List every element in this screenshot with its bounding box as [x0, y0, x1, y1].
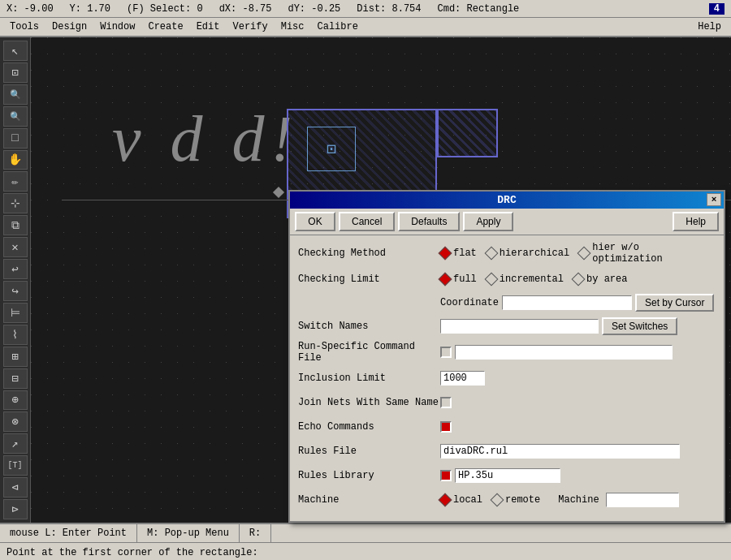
misc3-tool[interactable]: ⊕	[3, 390, 28, 411]
y-coord: Y: 1.70	[70, 3, 110, 15]
machine-field-label: Machine	[558, 494, 599, 506]
rules-file-row: Rules File	[298, 442, 716, 461]
switch-names-row: Switch Names Set Switches	[298, 317, 716, 336]
join-nets-label: Join Nets With Same Name	[298, 397, 440, 408]
mouse-r-status: R:	[240, 524, 271, 542]
checking-method-row: Checking Method flat hierarchical hier w…	[298, 242, 716, 265]
hierarchical-radio-icon[interactable]	[484, 247, 498, 261]
inclusion-limit-input[interactable]	[440, 371, 485, 386]
misc6-tool[interactable]: ⊲	[3, 477, 28, 498]
draw-tool[interactable]: ✏	[3, 171, 28, 192]
menu-window[interactable]: Window	[93, 19, 141, 34]
vdd-text: v d d!	[112, 102, 299, 176]
echo-commands-label: Echo Commands	[298, 421, 440, 433]
wire-tool[interactable]: ⌇	[3, 325, 28, 345]
help-button[interactable]: Help	[673, 212, 719, 231]
zoom-fit-tool[interactable]: ⊡	[3, 62, 28, 83]
checking-limit-controls: full incremental by area	[440, 274, 716, 285]
local-radio-label: local	[453, 494, 482, 506]
undo-tool[interactable]: ↩	[3, 259, 28, 279]
coordinate-row: Coordinate Set by Cursor	[298, 294, 716, 312]
set-switches-button[interactable]: Set Switches	[602, 317, 677, 335]
misc5-tool[interactable]: ↗	[3, 433, 28, 454]
join-nets-row: Join Nets With Same Name	[298, 393, 716, 412]
misc4-tool[interactable]: ⊗	[3, 411, 28, 432]
select-tool[interactable]: ↖	[3, 41, 28, 61]
echo-commands-checkbox[interactable]	[440, 421, 452, 433]
incremental-radio-icon[interactable]	[484, 273, 498, 286]
purple-rect-2	[437, 109, 498, 157]
menu-design[interactable]: Design	[45, 19, 93, 34]
mouse-l-status: mouse L: Enter Point	[0, 524, 137, 542]
rules-library-input[interactable]	[455, 468, 560, 483]
apply-button[interactable]: Apply	[463, 212, 513, 231]
menu-edit[interactable]: Edit	[190, 19, 227, 34]
rules-file-input[interactable]	[440, 444, 680, 459]
menu-bar: Tools Design Window Create Edit Verify M…	[0, 18, 731, 37]
menu-create[interactable]: Create	[141, 19, 189, 34]
dialog-content: Checking Method flat hierarchical hier w…	[290, 235, 724, 521]
checking-limit-row: Checking Limit full incremental by area	[298, 269, 716, 289]
machine-input[interactable]	[606, 493, 679, 507]
misc7-tool[interactable]: ⊳	[3, 499, 28, 519]
canvas-area: ↖ ⊡ 🔍 🔍 □ ✋ ✏ ⊹ ⧉ ✕ ↩ ↪ ⊨ ⌇ ⊞ ⊟ ⊕ ⊗ ↗ [T…	[0, 37, 731, 523]
checking-limit-label: Checking Limit	[298, 274, 440, 285]
misc2-tool[interactable]: ⊟	[3, 368, 28, 389]
bottom-status: mouse L: Enter Point M: Pop-up Menu R: P…	[0, 523, 731, 560]
left-toolbar: ↖ ⊡ 🔍 🔍 □ ✋ ✏ ⊹ ⧉ ✕ ↩ ↪ ⊨ ⌇ ⊞ ⊟ ⊕ ⊗ ↗ [T…	[0, 37, 31, 523]
rules-library-checkbox[interactable]	[440, 470, 452, 481]
zoom-box-tool[interactable]: □	[3, 128, 28, 149]
menu-help[interactable]: Help	[691, 19, 728, 34]
hier-wo-radio-icon[interactable]	[577, 247, 591, 261]
status-row1: mouse L: Enter Point M: Pop-up Menu R:	[0, 524, 731, 543]
menu-calibre[interactable]: Calibre	[311, 19, 365, 34]
by-area-radio-icon[interactable]	[572, 273, 586, 286]
local-radio-icon[interactable]	[439, 493, 452, 507]
dialog-titlebar: DRC ×	[290, 192, 724, 209]
switch-names-input[interactable]	[440, 319, 599, 334]
run-specific-checkbox[interactable]	[440, 347, 452, 358]
zoom-out-tool[interactable]: 🔍	[3, 106, 28, 127]
checking-method-controls: flat hierarchical hier w/o optimization	[440, 242, 716, 265]
join-nets-checkbox[interactable]	[440, 397, 452, 408]
corner-number: 4	[709, 3, 725, 15]
copy-tool[interactable]: ⧉	[3, 215, 28, 235]
switch-names-controls: Set Switches	[440, 317, 716, 335]
coordinate-input[interactable]	[502, 295, 632, 310]
rules-file-label: Rules File	[298, 446, 440, 457]
incremental-radio-label: incremental	[500, 274, 564, 285]
cancel-button[interactable]: Cancel	[339, 212, 395, 231]
menu-tools[interactable]: Tools	[3, 19, 45, 34]
join-nets-controls	[440, 397, 716, 408]
dialog-close-button[interactable]: ×	[707, 193, 721, 206]
set-by-cursor-button[interactable]: Set by Cursor	[635, 294, 714, 312]
ruler-tool[interactable]: ⊨	[3, 303, 28, 323]
flat-radio-icon[interactable]	[439, 247, 452, 261]
menu-verify[interactable]: Verify	[226, 19, 274, 34]
redo-tool[interactable]: ↪	[3, 281, 28, 301]
machine-controls: local remote Machine	[440, 493, 716, 507]
menu-misc[interactable]: Misc	[275, 19, 311, 34]
remote-radio-label: remote	[505, 494, 540, 506]
delete-tool[interactable]: ✕	[3, 237, 28, 257]
f-select: (F) Select: 0	[127, 3, 203, 15]
ok-button[interactable]: OK	[295, 212, 335, 231]
dialog-button-row: OK Cancel Defaults Apply Help	[290, 209, 724, 235]
status-message: Point at the first corner of the rectang…	[6, 547, 258, 558]
defaults-button[interactable]: Defaults	[398, 212, 460, 231]
pan-tool[interactable]: ✋	[3, 150, 28, 170]
misc1-tool[interactable]: ⊞	[3, 347, 28, 367]
x-coord: X: -9.00	[6, 3, 54, 15]
zoom-in-tool[interactable]: 🔍	[3, 84, 28, 105]
hierarchical-radio-label: hierarchical	[500, 248, 569, 259]
remote-radio-icon[interactable]	[491, 493, 504, 507]
full-radio-label: full	[453, 274, 477, 285]
full-radio-icon[interactable]	[439, 273, 452, 286]
move-tool[interactable]: ⊹	[3, 193, 28, 213]
purple-rect-inner: ⊡	[307, 127, 356, 171]
drc-dialog: DRC × OK Cancel Defaults Apply Help Chec…	[288, 190, 725, 523]
run-specific-input[interactable]	[455, 345, 673, 360]
text-tool[interactable]: [T]	[3, 455, 28, 476]
status-row2: Point at the first corner of the rectang…	[0, 543, 731, 560]
run-specific-row: Run-Specific Command File	[298, 341, 716, 364]
